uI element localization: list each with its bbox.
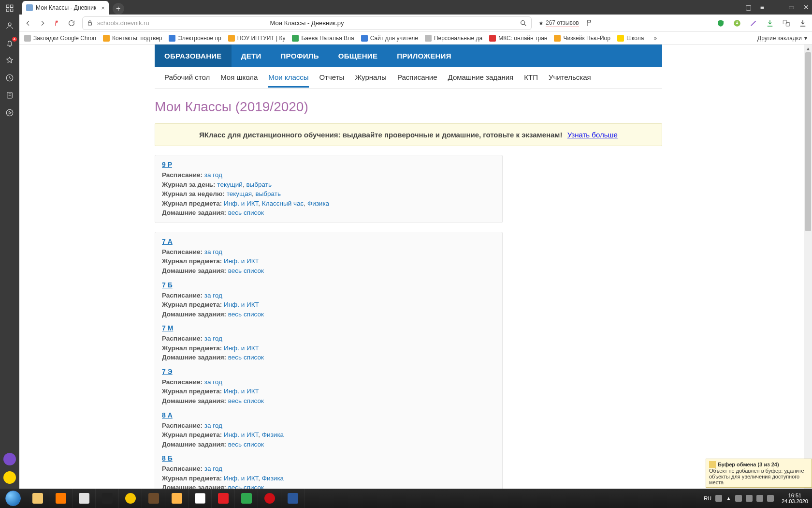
nav-forward-icon[interactable] xyxy=(39,19,46,27)
link-schedule-year[interactable]: за год xyxy=(204,171,222,179)
tab-close-icon[interactable]: × xyxy=(101,4,105,12)
bookmark-item[interactable]: МКС: онлайн тран xyxy=(489,35,547,42)
ext-savefrom-icon[interactable] xyxy=(733,19,741,28)
ext-adguard-icon[interactable] xyxy=(716,19,725,28)
tray-volume-icon[interactable] xyxy=(746,495,753,502)
ext-download-icon[interactable] xyxy=(766,19,774,28)
sidebar-favorites-icon[interactable] xyxy=(4,55,15,66)
tray-clock[interactable]: 16:51 24.03.2020 xyxy=(778,493,808,504)
link-homework-all[interactable]: весь список xyxy=(228,484,264,489)
address-bar[interactable]: schools.dnevnik.ru Мои Классы - Дневник.… xyxy=(82,16,532,30)
bookmark-item[interactable]: НОУ ИНТУИТ | Ку xyxy=(228,35,286,42)
link-subject[interactable]: Классный час xyxy=(262,200,304,207)
main-nav-tab[interactable]: ПРИЛОЖЕНИЯ xyxy=(387,45,461,67)
new-tab-button[interactable]: + xyxy=(113,3,124,15)
link-schedule-year[interactable]: за год xyxy=(204,335,222,342)
sidebar-tiles-icon[interactable] xyxy=(4,3,15,14)
tray-defender-icon[interactable] xyxy=(735,495,742,502)
link-homework-all[interactable]: весь список xyxy=(228,209,264,216)
sidebar-collections-icon[interactable] xyxy=(4,90,15,101)
bookmark-item[interactable]: Электронное пр xyxy=(169,35,221,42)
main-nav-tab[interactable]: ОБЩЕНИЕ xyxy=(329,45,387,67)
link-journal-week-current[interactable]: текущая xyxy=(227,190,252,197)
link-journal-day-current[interactable]: текущий xyxy=(217,181,243,188)
menu-icon[interactable]: ≡ xyxy=(760,3,764,11)
link-subject[interactable]: Инф. и ИКТ xyxy=(224,344,259,352)
vertical-scrollbar[interactable]: ▲ ▼ xyxy=(804,45,812,489)
taskbar-network[interactable] xyxy=(235,489,258,508)
sub-nav-tab[interactable]: Отчеты xyxy=(319,68,345,88)
bookmark-item[interactable]: Школа xyxy=(617,35,644,42)
bookmark-item[interactable]: Персональные да xyxy=(425,35,482,42)
window-close-icon[interactable]: ✕ xyxy=(803,3,809,11)
class-title-link[interactable]: 7 Б xyxy=(162,281,173,289)
ext-pen-icon[interactable] xyxy=(749,19,758,28)
link-subject[interactable]: Инф. и ИКТ xyxy=(224,431,258,438)
taskbar-store[interactable] xyxy=(165,489,188,508)
tray-flag-icon[interactable] xyxy=(715,495,722,502)
link-homework-all[interactable]: весь список xyxy=(228,267,264,274)
sub-nav-tab[interactable]: Учительская xyxy=(549,68,591,88)
taskbar-movies[interactable] xyxy=(142,489,165,508)
link-subject[interactable]: Инф. и ИКТ xyxy=(224,257,259,265)
tray-lang[interactable]: RU xyxy=(704,495,711,501)
link-subject[interactable]: Инф. и ИКТ xyxy=(224,475,258,482)
notice-link[interactable]: Узнать больше xyxy=(567,131,618,139)
link-subject[interactable]: Физика xyxy=(262,475,284,482)
tray-up-icon[interactable]: ▲ xyxy=(726,495,731,501)
sidebar-yandex-icon[interactable] xyxy=(3,471,16,484)
sub-nav-tab[interactable]: КТП xyxy=(524,68,538,88)
nav-back-icon[interactable] xyxy=(24,19,32,27)
bookmarks-overflow-icon[interactable]: » xyxy=(653,35,657,42)
main-nav-tab[interactable]: ПРОФИЛЬ xyxy=(271,45,329,67)
class-title-link[interactable]: 9 Р xyxy=(162,161,172,168)
main-nav-tab[interactable]: ОБРАЗОВАНИЕ xyxy=(155,45,232,67)
link-subject[interactable]: Инф. и ИКТ xyxy=(224,301,259,308)
link-schedule-year[interactable]: за год xyxy=(204,248,222,255)
sub-nav-tab[interactable]: Журналы xyxy=(355,68,387,88)
sub-nav-tab[interactable]: Домашние задания xyxy=(448,68,514,88)
link-schedule-year[interactable]: за год xyxy=(204,465,222,472)
taskbar-explorer[interactable] xyxy=(26,489,49,508)
taskbar-word[interactable] xyxy=(281,489,304,508)
link-homework-all[interactable]: весь список xyxy=(228,397,264,404)
bookmark-item[interactable]: Чизкейк Нью-Йор xyxy=(554,35,610,42)
bookmark-flag-icon[interactable] xyxy=(586,19,594,27)
scrollbar-thumb[interactable] xyxy=(805,52,811,231)
window-maximize-icon[interactable]: ▭ xyxy=(788,3,795,11)
nav-yandex-icon[interactable] xyxy=(53,19,61,27)
link-subject[interactable]: Инф. и ИКТ xyxy=(224,200,258,207)
sidebar-profile-icon[interactable] xyxy=(4,20,15,31)
class-title-link[interactable]: 7 А xyxy=(162,238,173,245)
sub-nav-tab[interactable]: Расписание xyxy=(397,68,437,88)
panel-icon[interactable]: ▢ xyxy=(745,3,752,11)
reviews-widget[interactable]: ★ 267 отзывов xyxy=(538,19,579,27)
main-nav-tab[interactable]: ДЕТИ xyxy=(232,45,271,67)
class-title-link[interactable]: 7 М xyxy=(162,324,173,332)
link-subject[interactable]: Физика xyxy=(262,431,284,438)
link-schedule-year[interactable]: за год xyxy=(204,292,222,299)
nav-reload-icon[interactable] xyxy=(68,19,75,27)
taskbar-night[interactable] xyxy=(96,489,119,508)
ext-downloads-icon[interactable] xyxy=(798,19,807,28)
link-subject[interactable]: Инф. и ИКТ xyxy=(224,388,259,395)
window-minimize-icon[interactable]: — xyxy=(773,3,780,11)
tray-network-icon[interactable] xyxy=(756,495,763,502)
class-title-link[interactable]: 8 А xyxy=(162,411,173,419)
bookmark-item[interactable]: Сайт для учителе xyxy=(361,35,418,42)
taskbar-avast[interactable] xyxy=(119,489,142,508)
link-schedule-year[interactable]: за год xyxy=(204,378,222,386)
taskbar-opera[interactable] xyxy=(258,489,281,508)
link-journal-week-choose[interactable]: выбрать xyxy=(255,190,281,197)
start-button[interactable] xyxy=(0,489,26,508)
link-journal-day-choose[interactable]: выбрать xyxy=(246,181,272,188)
link-homework-all[interactable]: весь список xyxy=(228,311,264,318)
search-icon[interactable] xyxy=(520,19,527,27)
link-subject[interactable]: Физика xyxy=(307,200,329,207)
sidebar-alice-icon[interactable] xyxy=(3,453,16,465)
browser-tab[interactable]: Мои Классы - Дневник × xyxy=(22,1,109,15)
link-schedule-year[interactable]: за год xyxy=(204,422,222,429)
class-title-link[interactable]: 8 Б xyxy=(162,454,173,462)
class-title-link[interactable]: 7 Э xyxy=(162,368,173,375)
link-homework-all[interactable]: весь список xyxy=(228,441,264,448)
